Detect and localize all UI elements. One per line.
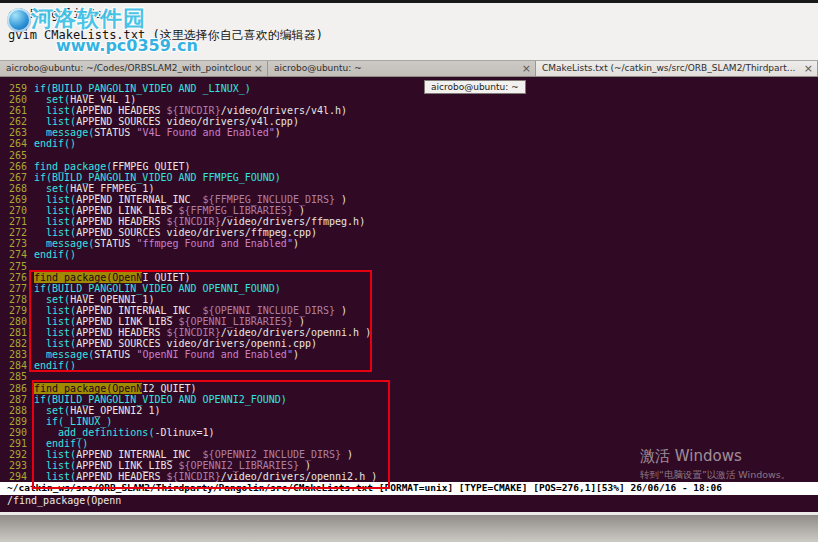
code-line: 272 list(APPEND SOURCES video/drivers/ff… [7,227,818,238]
line-number: 273 [7,238,27,249]
line-number: 276 [7,272,27,283]
line-number: 289 [7,416,27,427]
tab-close-icon[interactable]: × [804,62,813,75]
tab-bar: aicrobo@ubuntu: ~/Codes/ORBSLAM2_with_po… [0,60,818,77]
line-number: 263 [7,127,27,138]
code-line: 264endif() [7,138,818,149]
line-number: 287 [7,394,27,405]
line-number: 259 [7,83,27,94]
tab-label: aicrobo@ubuntu: ~/Codes/ORBSLAM2_with_po… [6,63,251,73]
desktop-strip [0,515,818,542]
code-line: 262 list(APPEND SOURCES video/drivers/v4… [7,116,818,127]
tab-label: aicrobo@ubuntu: ~ [274,63,519,73]
code-line: 271 list(APPEND HEADERS ${INCDIR}/video/… [7,216,818,227]
line-number: 277 [7,283,27,294]
line-number: 278 [7,294,27,305]
code-line: 259if(BUILD_PANGOLIN_VIDEO AND _LINUX_) [7,83,818,94]
tab-label: CMakeLists.txt (~/catkin_ws/src/ORB_SLAM… [542,63,801,73]
code-line: 274endif() [7,249,818,260]
line-number: 268 [7,183,27,194]
code-line: 270 list(APPEND LINK_LIBS ${FFMPEG_LIBRA… [7,205,818,216]
code-line: 268 set(HAVE_FFMPEG 1) [7,183,818,194]
line-number: 290 [7,427,27,438]
line-number: 285 [7,371,27,382]
code-line: 273 message(STATUS "ffmpeg Found and Ena… [7,238,818,249]
line-number: 280 [7,316,27,327]
terminal-tab[interactable]: CMakeLists.txt (~/catkin_ws/src/ORB_SLAM… [536,61,818,76]
line-number: 261 [7,105,27,116]
code-line: 260 set(HAVE_V4L 1) [7,94,818,105]
screenshot-root: cd Pangolin/src gvim CMakeLists.txt (这里选… [0,0,818,542]
code-line: 269 list(APPEND INTERNAL_INC ${FFMPEG_IN… [7,194,818,205]
windows-activation-watermark: 激活 Windows 转到“电脑设置”以激活 Windows。 [640,447,790,482]
line-number: 293 [7,460,27,471]
line-number: 272 [7,227,27,238]
instruction-header: cd Pangolin/src gvim CMakeLists.txt (这里选… [0,3,818,60]
activation-subtitle: 转到“电脑设置”以激活 Windows。 [640,469,790,482]
annotation-box-openni [29,270,372,372]
line-number: 279 [7,305,27,316]
line-number: 266 [7,161,27,172]
line-number: 282 [7,338,27,349]
activation-title: 激活 Windows [640,447,790,466]
line-number: 260 [7,94,27,105]
line-number: 270 [7,205,27,216]
vim-command-line: /find_package(Openn [0,495,818,508]
line-number: 288 [7,405,27,416]
line-number: 286 [7,383,27,394]
terminal-tab[interactable]: aicrobo@ubuntu: ~/Codes/ORBSLAM2_with_po… [0,61,268,76]
tab-tooltip: aicrobo@ubuntu: ~ [424,80,526,94]
site-logo-icon [7,8,31,32]
line-number: 294 [7,471,27,482]
line-number: 262 [7,116,27,127]
line-number: 291 [7,438,27,449]
line-number: 274 [7,249,27,260]
code-line: 261 list(APPEND HEADERS ${INCDIR}/video/… [7,105,818,116]
line-number: 271 [7,216,27,227]
code-line: 267if(BUILD_PANGOLIN_VIDEO AND FFMPEG_FO… [7,172,818,183]
line-number: 275 [7,261,27,272]
line-number: 264 [7,138,27,149]
annotation-box-openni2 [32,380,390,489]
line-number: 265 [7,150,27,161]
code-line: 263 message(STATUS "V4L Found and Enable… [7,127,818,138]
watermark-site-name: 河洛软件园 [31,4,146,34]
line-number: 283 [7,349,27,360]
tab-close-icon[interactable]: × [254,62,263,75]
line-number: 267 [7,172,27,183]
line-number: 292 [7,449,27,460]
terminal-tab[interactable]: aicrobo@ubuntu: ~× [268,61,536,76]
code-line: 266find_package(FFMPEG QUIET) [7,161,818,172]
tab-close-icon[interactable]: × [522,62,531,75]
line-number: 281 [7,327,27,338]
watermark-site-url: www.pc0359.cn [56,36,198,55]
code-line: 265 [7,150,818,161]
line-number: 269 [7,194,27,205]
line-number: 284 [7,360,27,371]
